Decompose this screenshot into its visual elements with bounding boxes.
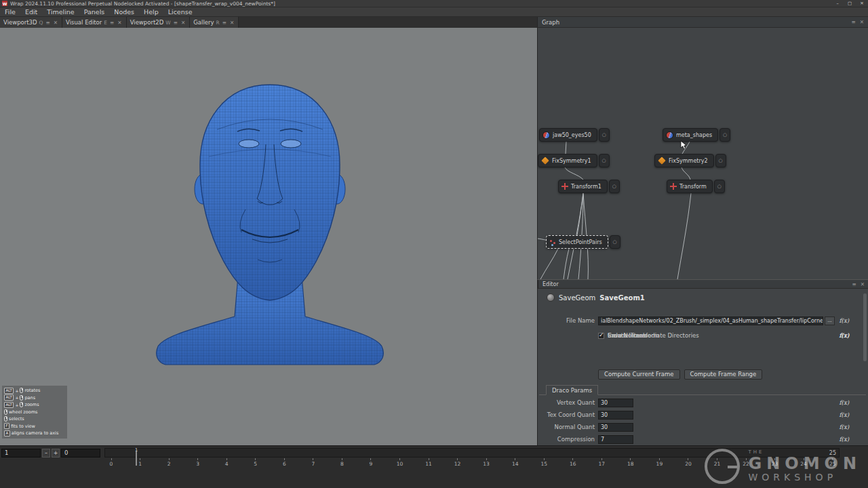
file-name-label: File Name <box>538 317 595 324</box>
close-icon[interactable]: ✕ <box>861 281 865 287</box>
node-fixsymmetry2[interactable]: FixSymmetry2 ○ <box>654 154 726 167</box>
tab-label: Viewport2D <box>130 19 164 26</box>
fx-expression-button[interactable]: f(x) <box>839 436 849 443</box>
node-selectpointpairs[interactable]: SelectPointPairs ○ <box>546 235 620 249</box>
fx-expression-button[interactable]: f(x) <box>839 399 849 406</box>
menu-item[interactable]: File <box>0 7 20 17</box>
alt-key: ALT <box>4 394 14 401</box>
file-name-input[interactable]: ialBlendshapeNetworks/02_ZBrush/_simplex… <box>598 317 823 325</box>
menu-item[interactable]: Timeline <box>42 7 79 17</box>
param-input[interactable]: 30 <box>598 423 633 432</box>
frame-tick: 22 <box>742 458 750 468</box>
node-toggle[interactable]: ○ <box>599 154 610 167</box>
graph-panel[interactable]: jaw50_eyes50 ○ meta_shapes ○ FixSymmetry… <box>537 28 868 279</box>
node-toggle[interactable]: ○ <box>719 128 730 142</box>
panel-tab[interactable]: Viewport2D W ≡ ✕ <box>127 17 191 28</box>
timeline-ruler[interactable]: 0 1 2 3 4 5 6 7 8 9 10 11 <box>107 458 837 468</box>
editor-panel-title: Editor <box>542 281 559 287</box>
frame-tick: 16 <box>569 458 577 468</box>
node-meta-shapes[interactable]: meta_shapes ○ <box>663 128 730 142</box>
frame-increment-button[interactable]: + <box>52 449 60 458</box>
menu-bar: File Edit Timeline Panels Nodes Help Lic… <box>0 7 868 17</box>
tab-label: Visual Editor <box>66 19 102 26</box>
transform-icon <box>561 183 568 190</box>
close-icon[interactable]: ✕ <box>229 20 235 26</box>
menu-icon[interactable]: ≡ <box>851 19 855 25</box>
menu-icon[interactable]: ≡ <box>45 20 50 26</box>
browse-button[interactable]: ... <box>825 317 835 325</box>
hint-text: pans <box>24 395 35 401</box>
menu-item[interactable]: Panels <box>79 7 110 17</box>
node-toggle[interactable]: ○ <box>599 128 610 142</box>
node-toggle[interactable]: ○ <box>715 154 726 167</box>
maximize-button[interactable]: ▢ <box>844 0 856 7</box>
node-name: SaveGeom1 <box>599 294 645 302</box>
node-toggle[interactable]: ○ <box>610 235 620 249</box>
menu-item[interactable]: License <box>163 7 197 17</box>
panel-tab[interactable]: Viewport3D Q ≡ ✕ <box>0 17 62 28</box>
tab-label: Viewport3D <box>3 19 37 26</box>
param-label: Tex Coord Quant <box>538 411 595 418</box>
compute-frame-range-button[interactable]: Compute Frame Range <box>684 369 763 380</box>
frame-tick: 2 <box>165 458 173 468</box>
close-icon[interactable]: ✕ <box>117 20 122 26</box>
frame-decrement-button[interactable]: – <box>42 449 50 458</box>
compute-buttons-row: Compute Current Frame Compute Frame Rang… <box>538 369 868 380</box>
graph-panel-header: Graph ≡ ✕ <box>537 17 868 28</box>
node-label: jaw50_eyes50 <box>553 132 591 138</box>
node-fixsymmetry1[interactable]: FixSymmetry1 ○ <box>538 154 610 167</box>
menu-item[interactable]: Nodes <box>109 7 139 17</box>
hint-row: selects <box>4 415 65 423</box>
close-icon[interactable]: ✕ <box>180 20 186 26</box>
node-toggle[interactable]: ○ <box>714 180 725 193</box>
frame-tick: 13 <box>482 458 490 468</box>
checkbox[interactable] <box>598 333 604 339</box>
compute-current-frame-button[interactable]: Compute Current Frame <box>598 369 680 380</box>
param-input[interactable]: 7 <box>598 435 633 444</box>
frame-tick: 17 <box>597 458 606 468</box>
option-label: Create Intermediate Directories <box>608 332 699 339</box>
node-toggle[interactable]: ○ <box>609 180 620 193</box>
close-icon[interactable]: ✕ <box>860 19 864 25</box>
fx-expression-button[interactable]: f(x) <box>839 332 849 339</box>
tab-shortcut: W <box>165 20 170 26</box>
node-label: meta_shapes <box>676 132 712 138</box>
fix-symmetry-icon <box>658 157 665 164</box>
plus-sign: + <box>15 395 18 400</box>
fx-expression-button[interactable]: f(x) <box>839 317 849 324</box>
close-button[interactable]: ✕ <box>856 0 868 7</box>
node-jaw50-eyes50[interactable]: jaw50_eyes50 ○ <box>539 128 610 142</box>
viewport-3d[interactable]: ALT + rotates ALT + pans ALT + zooms whe… <box>0 28 537 445</box>
menu-icon[interactable]: ≡ <box>222 20 227 26</box>
fx-expression-button[interactable]: f(x) <box>839 424 849 430</box>
node-transform[interactable]: Transform ○ <box>667 180 725 193</box>
close-icon[interactable]: ✕ <box>53 20 58 26</box>
panel-tab[interactable]: Gallery R ≡ ✕ <box>190 17 239 28</box>
menu-item[interactable]: Help <box>139 7 163 17</box>
menu-icon[interactable]: ≡ <box>173 20 178 26</box>
frame-tick: 1 <box>136 458 144 468</box>
minimize-button[interactable]: – <box>831 0 844 7</box>
start-frame-field[interactable]: 0 <box>61 449 100 458</box>
head-model[interactable] <box>0 28 537 445</box>
param-input[interactable]: 30 <box>598 411 633 420</box>
draco-params-tab[interactable]: Draco Params <box>546 385 598 395</box>
hint-row: A aligns camera to axis <box>4 430 65 437</box>
param-input[interactable]: 30 <box>598 399 633 407</box>
menu-item[interactable]: Edit <box>20 7 42 17</box>
fx-expression-button[interactable]: f(x) <box>839 411 849 418</box>
menu-icon[interactable]: ≡ <box>109 20 115 26</box>
panel-tab[interactable]: Visual Editor E ≡ ✕ <box>62 17 127 28</box>
param-row: Vertex Quant 30 f(x) <box>538 396 868 409</box>
param-row: Compression 7 f(x) <box>538 433 868 445</box>
geometry-icon <box>666 131 673 139</box>
scrollbar[interactable] <box>863 293 867 361</box>
frame-tick: 9 <box>367 458 375 468</box>
mouse-cursor <box>680 140 687 150</box>
editor-panel: Editor ≡ ✕ SaveGeom SaveGeom1 File Name … <box>537 279 868 445</box>
mouse-icon <box>20 402 23 407</box>
node-transform1[interactable]: Transform1 ○ <box>558 180 620 193</box>
current-frame-field[interactable]: 1 <box>1 449 41 458</box>
menu-icon[interactable]: ≡ <box>852 281 856 287</box>
timeline-track[interactable]: 1 25 <box>104 448 840 458</box>
